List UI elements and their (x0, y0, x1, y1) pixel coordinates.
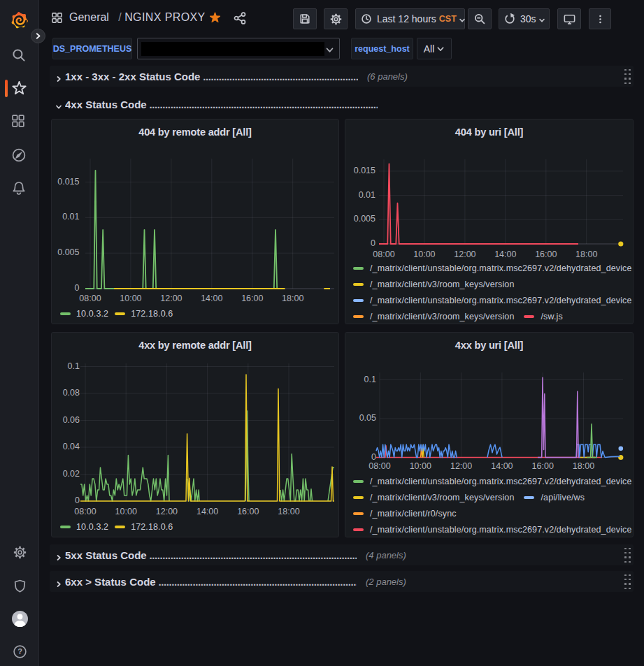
svg-text:?: ? (17, 647, 22, 656)
